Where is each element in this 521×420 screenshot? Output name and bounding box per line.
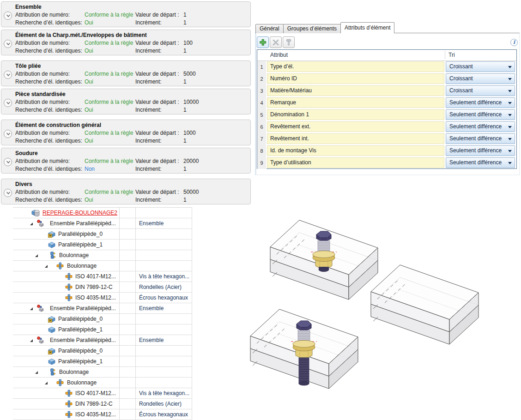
expander-icon[interactable] [44,264,48,268]
expander-icon[interactable] [30,339,33,342]
tree-row[interactable]: Parallélépipède_1 [13,240,192,250]
tri-dropdown[interactable]: Seulement différence [446,133,515,144]
collapse-button[interactable] [4,40,12,48]
attribut-cell[interactable]: Type d’él. [267,61,444,72]
expander-icon[interactable] [30,307,33,311]
chevron-down-icon [508,138,512,140]
collapse-button[interactable] [4,71,12,79]
tri-dropdown[interactable]: Seulement différence [446,97,515,108]
rule-title: Tôle pliée [15,63,41,69]
row-number[interactable]: 7 [257,133,267,145]
search-label: Recherche d’él. identiques: [15,107,82,113]
tab-general[interactable]: Général [255,24,284,33]
tab-groupes-delements[interactable]: Groupes d’éléments [283,24,341,33]
chevron-down-icon [508,114,512,116]
tree-row[interactable]: DIN 7989-12-C Rondelles (Acier) [13,399,192,409]
tri-dropdown[interactable]: Croissant [446,85,515,96]
tree-row[interactable]: ISO 4017-M12... Vis à tête hexagon... [13,388,192,399]
row-number[interactable]: 3 [257,85,267,97]
box-h-icon [48,315,55,323]
tree-row[interactable]: Boulonnage [13,250,192,261]
tri-dropdown[interactable]: Croissant [446,73,515,84]
tree-value: Ensemble [139,303,164,313]
tree-value: Vis à tête hexagon... [139,388,189,398]
attribut-cell[interactable]: Dénomination 1 [267,109,444,120]
collapse-button[interactable] [4,130,12,138]
tree-row[interactable]: ISO 4035-M12... Écrous hexagonaux [13,409,192,420]
tree-row[interactable]: Parallélépipède_0 [13,346,192,356]
tree-row[interactable]: REPERAGE-BOULONNAGE2 [13,208,192,218]
plate-assembly-right[interactable] [371,265,479,344]
tri-value: Seulement différence [449,135,502,142]
row-number[interactable]: 9 [257,157,267,169]
search-value: Oui [85,19,93,26]
attribut-cell[interactable]: Remarque [267,97,444,108]
tree-row[interactable]: Boulonnage [13,378,192,388]
tri-dropdown[interactable]: Seulement différence [446,157,515,168]
expander-icon[interactable] [44,381,48,385]
hammer-button[interactable] [283,36,295,48]
search-label: Recherche d’él. identiques: [15,19,82,26]
expander-icon[interactable] [35,371,38,374]
3d-viewport[interactable] [194,198,521,420]
collapse-button[interactable] [4,158,12,166]
table-row: 2 Numéro ID Croissant [257,73,516,85]
chevron-down-icon [5,101,12,106]
tree-row[interactable]: Ensemble Parallélépipèd... Ensemble [13,218,192,229]
row-number[interactable]: 8 [257,145,267,157]
attribut-cell[interactable]: Matière/Matériau [267,85,444,96]
info-icon[interactable]: i [510,39,518,46]
plate-assembly-top[interactable] [270,220,378,300]
tree-label: Boulonnage [67,261,97,271]
tree-row[interactable]: ISO 4017-M12... Vis à tête hexagon... [13,271,192,282]
attribut-cell[interactable]: Revêtement int. [267,133,444,144]
delete-button[interactable] [270,36,282,48]
increment-value: 1 [183,166,187,172]
row-number[interactable]: 5 [257,109,267,121]
increment-label: Incrément: [135,48,162,54]
collapse-button[interactable] [4,12,12,20]
start-label: Valeur de départ : [135,99,179,105]
box-icon [48,358,55,365]
attribut-cell[interactable]: Id. de montage Vis [267,145,444,156]
attribut-cell[interactable]: Type d’utilisation [267,157,444,168]
row-number[interactable]: 6 [257,121,267,133]
expander-icon[interactable] [30,222,33,226]
start-value: 50000 [183,189,199,195]
attribut-cell[interactable]: Revêtement ext. [267,121,444,132]
tree-row[interactable]: Ensemble Parallélépipèd... Ensemble [13,335,192,346]
tree-row[interactable]: DIN 7989-12-C Rondelles (Acier) [13,282,192,293]
tree-row[interactable]: Boulonnage [13,367,192,378]
table-row: 5 Dénomination 1 Seulement différence [257,109,516,121]
tree-row[interactable]: Parallélépipède_1 [13,324,192,335]
tree-row[interactable]: Parallélépipède_0 [13,229,192,240]
tree-row[interactable]: Ensemble Parallélépipèd... Ensemble [13,303,192,314]
chevron-down-icon [5,13,12,18]
tree-value: Rondelles (Acier) [139,399,182,409]
attribut-cell[interactable]: Numéro ID [267,73,444,84]
tree-row[interactable]: ISO 4035-M12... Écrous hexagonaux [13,293,192,303]
expander-icon[interactable] [35,254,38,258]
row-number[interactable]: 2 [257,73,267,85]
collapse-button[interactable] [4,189,12,197]
row-number[interactable]: 1 [257,61,267,73]
tri-dropdown[interactable]: Seulement différence [446,145,515,156]
attribution-label: Attribution de numéro: [15,99,70,105]
tri-value: Croissant [449,63,473,70]
row-number[interactable]: 4 [257,97,267,109]
tree-row[interactable]: Parallélépipède_1 [13,356,192,367]
add-button[interactable] [257,36,269,48]
start-label: Valeur de départ : [135,71,179,77]
plate-assembly-bottom[interactable] [250,309,358,389]
tri-dropdown[interactable]: Croissant [446,61,515,72]
tree-label: Parallélépipède_1 [58,240,103,250]
tree-row[interactable]: Boulonnage [13,261,192,271]
collapse-button[interactable] [4,99,12,107]
attribution-value: Conforme à la règle [85,71,133,77]
tab-attributs-delement[interactable]: Attributs d’élément [340,22,394,33]
tri-dropdown[interactable]: Seulement différence [446,109,515,120]
search-value: Oui [85,197,93,203]
tree-row[interactable]: Parallélépipède_0 [13,314,192,324]
tri-dropdown[interactable]: Seulement différence [446,121,515,132]
tab-bar: Général Groupes d’éléments Attributs d’é… [255,23,394,33]
